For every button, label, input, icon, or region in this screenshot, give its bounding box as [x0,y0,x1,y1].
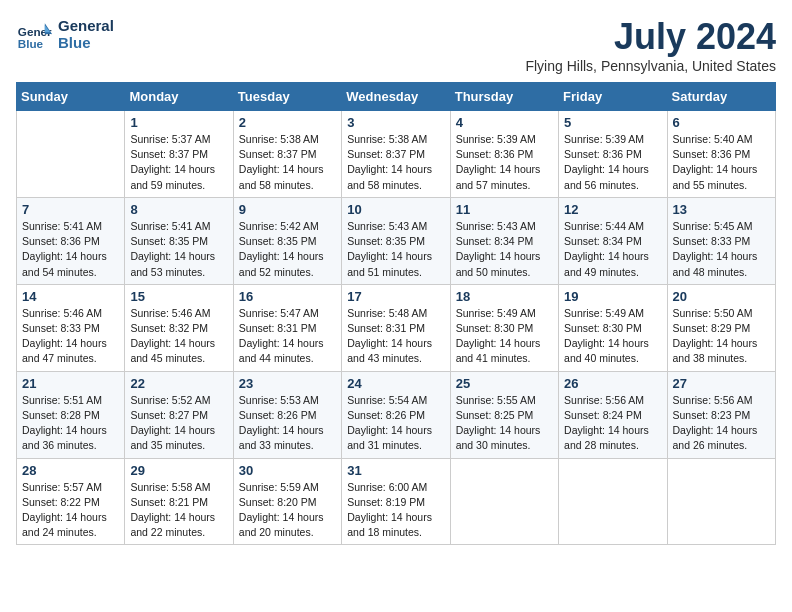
calendar-week-5: 28Sunrise: 5:57 AM Sunset: 8:22 PM Dayli… [17,458,776,545]
day-number: 12 [564,202,661,217]
day-number: 18 [456,289,553,304]
calendar-cell: 20Sunrise: 5:50 AM Sunset: 8:29 PM Dayli… [667,284,775,371]
day-info: Sunrise: 5:38 AM Sunset: 8:37 PM Dayligh… [347,132,444,193]
day-info: Sunrise: 5:39 AM Sunset: 8:36 PM Dayligh… [456,132,553,193]
calendar-table: SundayMondayTuesdayWednesdayThursdayFrid… [16,82,776,545]
calendar-cell: 19Sunrise: 5:49 AM Sunset: 8:30 PM Dayli… [559,284,667,371]
calendar-cell: 12Sunrise: 5:44 AM Sunset: 8:34 PM Dayli… [559,197,667,284]
day-info: Sunrise: 5:54 AM Sunset: 8:26 PM Dayligh… [347,393,444,454]
weekday-header-monday: Monday [125,83,233,111]
day-info: Sunrise: 5:42 AM Sunset: 8:35 PM Dayligh… [239,219,336,280]
weekday-header-saturday: Saturday [667,83,775,111]
day-number: 17 [347,289,444,304]
day-info: Sunrise: 5:55 AM Sunset: 8:25 PM Dayligh… [456,393,553,454]
calendar-week-4: 21Sunrise: 5:51 AM Sunset: 8:28 PM Dayli… [17,371,776,458]
calendar-cell: 26Sunrise: 5:56 AM Sunset: 8:24 PM Dayli… [559,371,667,458]
title-area: July 2024 Flying Hills, Pennsylvania, Un… [525,16,776,74]
calendar-cell: 17Sunrise: 5:48 AM Sunset: 8:31 PM Dayli… [342,284,450,371]
day-number: 10 [347,202,444,217]
calendar-cell: 2Sunrise: 5:38 AM Sunset: 8:37 PM Daylig… [233,111,341,198]
calendar-cell [667,458,775,545]
day-number: 21 [22,376,119,391]
day-info: Sunrise: 5:47 AM Sunset: 8:31 PM Dayligh… [239,306,336,367]
day-info: Sunrise: 5:41 AM Sunset: 8:36 PM Dayligh… [22,219,119,280]
weekday-header-friday: Friday [559,83,667,111]
day-info: Sunrise: 5:46 AM Sunset: 8:33 PM Dayligh… [22,306,119,367]
day-info: Sunrise: 5:56 AM Sunset: 8:24 PM Dayligh… [564,393,661,454]
day-number: 14 [22,289,119,304]
weekday-header-row: SundayMondayTuesdayWednesdayThursdayFrid… [17,83,776,111]
calendar-cell: 29Sunrise: 5:58 AM Sunset: 8:21 PM Dayli… [125,458,233,545]
calendar-cell: 21Sunrise: 5:51 AM Sunset: 8:28 PM Dayli… [17,371,125,458]
calendar-week-3: 14Sunrise: 5:46 AM Sunset: 8:33 PM Dayli… [17,284,776,371]
day-info: Sunrise: 5:51 AM Sunset: 8:28 PM Dayligh… [22,393,119,454]
calendar-week-1: 1Sunrise: 5:37 AM Sunset: 8:37 PM Daylig… [17,111,776,198]
day-number: 4 [456,115,553,130]
svg-text:Blue: Blue [18,37,44,50]
calendar-cell: 1Sunrise: 5:37 AM Sunset: 8:37 PM Daylig… [125,111,233,198]
day-info: Sunrise: 5:44 AM Sunset: 8:34 PM Dayligh… [564,219,661,280]
calendar-cell: 13Sunrise: 5:45 AM Sunset: 8:33 PM Dayli… [667,197,775,284]
day-info: Sunrise: 6:00 AM Sunset: 8:19 PM Dayligh… [347,480,444,541]
day-number: 23 [239,376,336,391]
calendar-cell: 15Sunrise: 5:46 AM Sunset: 8:32 PM Dayli… [125,284,233,371]
logo-general: General [58,17,114,34]
day-number: 1 [130,115,227,130]
day-number: 28 [22,463,119,478]
calendar-cell: 30Sunrise: 5:59 AM Sunset: 8:20 PM Dayli… [233,458,341,545]
day-info: Sunrise: 5:40 AM Sunset: 8:36 PM Dayligh… [673,132,770,193]
day-info: Sunrise: 5:50 AM Sunset: 8:29 PM Dayligh… [673,306,770,367]
calendar-cell: 7Sunrise: 5:41 AM Sunset: 8:36 PM Daylig… [17,197,125,284]
day-number: 16 [239,289,336,304]
weekday-header-thursday: Thursday [450,83,558,111]
calendar-cell: 6Sunrise: 5:40 AM Sunset: 8:36 PM Daylig… [667,111,775,198]
calendar-cell: 31Sunrise: 6:00 AM Sunset: 8:19 PM Dayli… [342,458,450,545]
day-info: Sunrise: 5:38 AM Sunset: 8:37 PM Dayligh… [239,132,336,193]
calendar-week-2: 7Sunrise: 5:41 AM Sunset: 8:36 PM Daylig… [17,197,776,284]
calendar-cell [450,458,558,545]
day-info: Sunrise: 5:45 AM Sunset: 8:33 PM Dayligh… [673,219,770,280]
page-header: General Blue General Blue July 2024 Flyi… [16,16,776,74]
day-info: Sunrise: 5:59 AM Sunset: 8:20 PM Dayligh… [239,480,336,541]
calendar-cell: 11Sunrise: 5:43 AM Sunset: 8:34 PM Dayli… [450,197,558,284]
day-number: 31 [347,463,444,478]
day-info: Sunrise: 5:46 AM Sunset: 8:32 PM Dayligh… [130,306,227,367]
day-info: Sunrise: 5:37 AM Sunset: 8:37 PM Dayligh… [130,132,227,193]
weekday-header-tuesday: Tuesday [233,83,341,111]
day-info: Sunrise: 5:49 AM Sunset: 8:30 PM Dayligh… [456,306,553,367]
calendar-cell: 4Sunrise: 5:39 AM Sunset: 8:36 PM Daylig… [450,111,558,198]
calendar-cell: 14Sunrise: 5:46 AM Sunset: 8:33 PM Dayli… [17,284,125,371]
calendar-cell: 24Sunrise: 5:54 AM Sunset: 8:26 PM Dayli… [342,371,450,458]
day-info: Sunrise: 5:53 AM Sunset: 8:26 PM Dayligh… [239,393,336,454]
weekday-header-sunday: Sunday [17,83,125,111]
calendar-cell: 27Sunrise: 5:56 AM Sunset: 8:23 PM Dayli… [667,371,775,458]
day-number: 7 [22,202,119,217]
day-number: 15 [130,289,227,304]
calendar-cell [559,458,667,545]
day-number: 13 [673,202,770,217]
day-number: 8 [130,202,227,217]
logo: General Blue General Blue [16,16,114,52]
calendar-cell: 10Sunrise: 5:43 AM Sunset: 8:35 PM Dayli… [342,197,450,284]
day-number: 29 [130,463,227,478]
day-number: 27 [673,376,770,391]
calendar-cell: 28Sunrise: 5:57 AM Sunset: 8:22 PM Dayli… [17,458,125,545]
day-number: 6 [673,115,770,130]
logo-icon: General Blue [16,16,52,52]
calendar-cell: 23Sunrise: 5:53 AM Sunset: 8:26 PM Dayli… [233,371,341,458]
day-number: 24 [347,376,444,391]
calendar-body: 1Sunrise: 5:37 AM Sunset: 8:37 PM Daylig… [17,111,776,545]
calendar-cell: 8Sunrise: 5:41 AM Sunset: 8:35 PM Daylig… [125,197,233,284]
day-number: 3 [347,115,444,130]
day-info: Sunrise: 5:57 AM Sunset: 8:22 PM Dayligh… [22,480,119,541]
calendar-cell: 9Sunrise: 5:42 AM Sunset: 8:35 PM Daylig… [233,197,341,284]
day-number: 2 [239,115,336,130]
day-info: Sunrise: 5:48 AM Sunset: 8:31 PM Dayligh… [347,306,444,367]
calendar-cell: 25Sunrise: 5:55 AM Sunset: 8:25 PM Dayli… [450,371,558,458]
weekday-header-wednesday: Wednesday [342,83,450,111]
day-number: 30 [239,463,336,478]
day-info: Sunrise: 5:52 AM Sunset: 8:27 PM Dayligh… [130,393,227,454]
logo-blue: Blue [58,34,114,51]
day-number: 5 [564,115,661,130]
calendar-cell [17,111,125,198]
